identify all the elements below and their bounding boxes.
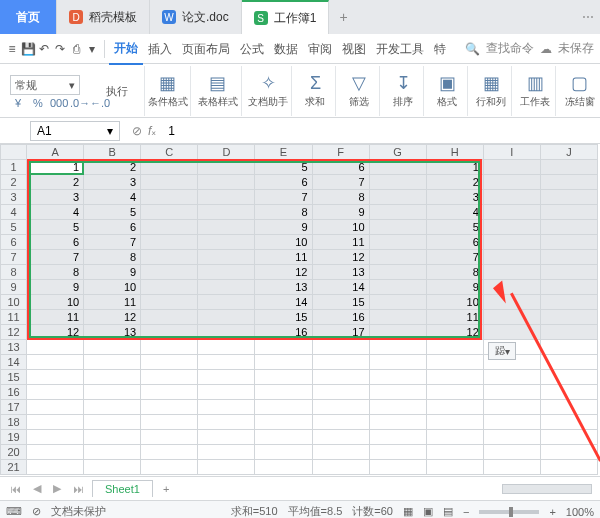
- row-header[interactable]: 17: [1, 400, 27, 415]
- cell-G7[interactable]: [369, 250, 426, 265]
- cell-I20[interactable]: [483, 445, 540, 460]
- cell-J6[interactable]: [540, 235, 597, 250]
- paste-options-button[interactable]: 跽▾: [488, 342, 516, 360]
- cell-D3[interactable]: [198, 190, 255, 205]
- cell-A3[interactable]: 3: [27, 190, 84, 205]
- cell-H3[interactable]: 3: [426, 190, 483, 205]
- more-icon[interactable]: ⋯: [576, 10, 600, 24]
- cell-A10[interactable]: 10: [27, 295, 84, 310]
- cell-H16[interactable]: [426, 385, 483, 400]
- row-header[interactable]: 6: [1, 235, 27, 250]
- cell-E7[interactable]: 11: [255, 250, 312, 265]
- doc-helper-icon[interactable]: ✧: [261, 73, 276, 93]
- cell-A16[interactable]: [27, 385, 84, 400]
- currency-icon[interactable]: ¥: [10, 97, 26, 109]
- zoom-slider[interactable]: [479, 510, 539, 514]
- worksheet-icon[interactable]: ▥: [527, 73, 544, 93]
- cell-A13[interactable]: [27, 340, 84, 355]
- cell-C21[interactable]: [141, 460, 198, 475]
- view-page-icon[interactable]: ▣: [423, 505, 433, 518]
- row-header[interactable]: 2: [1, 175, 27, 190]
- cell-C12[interactable]: [141, 325, 198, 340]
- cell-D10[interactable]: [198, 295, 255, 310]
- cell-H19[interactable]: [426, 430, 483, 445]
- cell-F4[interactable]: 9: [312, 205, 369, 220]
- cell-B9[interactable]: 10: [84, 280, 141, 295]
- cell-H14[interactable]: [426, 355, 483, 370]
- row-header[interactable]: 3: [1, 190, 27, 205]
- row-header[interactable]: 9: [1, 280, 27, 295]
- cell-D20[interactable]: [198, 445, 255, 460]
- new-tab-button[interactable]: +: [329, 9, 357, 25]
- cell-G21[interactable]: [369, 460, 426, 475]
- cell-H17[interactable]: [426, 400, 483, 415]
- table-row[interactable]: 5569105: [1, 220, 598, 235]
- row-header[interactable]: 7: [1, 250, 27, 265]
- table-row[interactable]: 17: [1, 400, 598, 415]
- cell-D4[interactable]: [198, 205, 255, 220]
- cell-H20[interactable]: [426, 445, 483, 460]
- table-row[interactable]: 223672: [1, 175, 598, 190]
- cell-G18[interactable]: [369, 415, 426, 430]
- cell-H12[interactable]: 12: [426, 325, 483, 340]
- cell-F14[interactable]: [312, 355, 369, 370]
- row-header[interactable]: 21: [1, 460, 27, 475]
- cell-I11[interactable]: [483, 310, 540, 325]
- cell-C20[interactable]: [141, 445, 198, 460]
- row-header[interactable]: 1: [1, 160, 27, 175]
- ribbon-tab-extra[interactable]: 特: [429, 34, 451, 64]
- cell-A5[interactable]: 5: [27, 220, 84, 235]
- cell-A9[interactable]: 9: [27, 280, 84, 295]
- cell-I19[interactable]: [483, 430, 540, 445]
- cell-J4[interactable]: [540, 205, 597, 220]
- cell-H5[interactable]: 5: [426, 220, 483, 235]
- cell-A8[interactable]: 8: [27, 265, 84, 280]
- protect-icon[interactable]: ⊘: [32, 505, 41, 518]
- cell-E20[interactable]: [255, 445, 312, 460]
- cell-B21[interactable]: [84, 460, 141, 475]
- keyboard-icon[interactable]: ⌨: [6, 505, 22, 518]
- tab-doc[interactable]: W论文.doc: [150, 0, 242, 34]
- cell-G8[interactable]: [369, 265, 426, 280]
- cell-A18[interactable]: [27, 415, 84, 430]
- cell-H1[interactable]: 1: [426, 160, 483, 175]
- row-header[interactable]: 14: [1, 355, 27, 370]
- cell-D13[interactable]: [198, 340, 255, 355]
- cell-B18[interactable]: [84, 415, 141, 430]
- cell-F6[interactable]: 11: [312, 235, 369, 250]
- table-style-icon[interactable]: ▤: [209, 73, 226, 93]
- cell-G10[interactable]: [369, 295, 426, 310]
- cell-B7[interactable]: 8: [84, 250, 141, 265]
- fx-cancel-icon[interactable]: ⊘: [132, 124, 142, 138]
- search-icon[interactable]: 🔍: [465, 42, 480, 56]
- cell-A15[interactable]: [27, 370, 84, 385]
- cell-J15[interactable]: [540, 370, 597, 385]
- cell-I18[interactable]: [483, 415, 540, 430]
- table-row[interactable]: 111112151611: [1, 310, 598, 325]
- cell-E16[interactable]: [255, 385, 312, 400]
- row-header[interactable]: 11: [1, 310, 27, 325]
- cell-C17[interactable]: [141, 400, 198, 415]
- cell-J9[interactable]: [540, 280, 597, 295]
- cell-J16[interactable]: [540, 385, 597, 400]
- cell-C7[interactable]: [141, 250, 198, 265]
- ribbon-tab-review[interactable]: 审阅: [303, 34, 337, 64]
- cell-D11[interactable]: [198, 310, 255, 325]
- cell-F15[interactable]: [312, 370, 369, 385]
- ribbon-tab-start[interactable]: 开始: [109, 33, 143, 65]
- cell-J12[interactable]: [540, 325, 597, 340]
- cell-H4[interactable]: 4: [426, 205, 483, 220]
- sheet-tab-1[interactable]: Sheet1: [92, 480, 153, 497]
- table-row[interactable]: 15: [1, 370, 598, 385]
- cell-B19[interactable]: [84, 430, 141, 445]
- save-icon[interactable]: 💾: [20, 42, 36, 56]
- sheet-nav-last[interactable]: ⏭: [69, 483, 88, 495]
- table-row[interactable]: 66710116: [1, 235, 598, 250]
- cell-G3[interactable]: [369, 190, 426, 205]
- cell-B2[interactable]: 3: [84, 175, 141, 190]
- cell-A21[interactable]: [27, 460, 84, 475]
- cell-J5[interactable]: [540, 220, 597, 235]
- table-row[interactable]: 334783: [1, 190, 598, 205]
- cell-I8[interactable]: [483, 265, 540, 280]
- cell-E11[interactable]: 15: [255, 310, 312, 325]
